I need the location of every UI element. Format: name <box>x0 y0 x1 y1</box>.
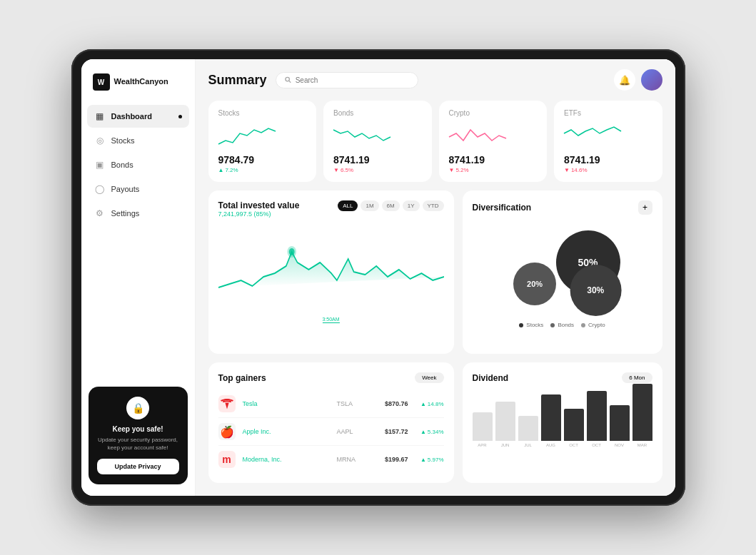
bar-group-0: APR <box>473 412 493 447</box>
search-bar[interactable] <box>276 72 418 88</box>
bar-3 <box>541 394 561 441</box>
top-gainers-title: Top gainers <box>218 373 266 383</box>
main-content: Summary 🔔 <box>196 59 675 496</box>
sidebar-item-label: Payouts <box>111 185 140 193</box>
legend-label-crypto: Crypto <box>588 322 605 328</box>
ti-title: Total invested value <box>218 200 300 210</box>
filter-1m[interactable]: 1M <box>361 200 378 211</box>
tesla-logo <box>218 395 236 412</box>
search-icon <box>285 76 291 83</box>
sidebar-item-label: Stocks <box>111 136 135 145</box>
bubble-30: 30% <box>570 265 621 316</box>
header: Summary 🔔 <box>196 59 675 101</box>
bar-group-7: MAR <box>632 384 652 447</box>
diversification-legend: Stocks Bonds Crypto <box>473 322 652 328</box>
stocks-value: 9784.79 <box>218 154 307 166</box>
dashboard-icon: ▦ <box>94 111 106 122</box>
notification-button[interactable]: 🔔 <box>614 69 635 91</box>
legend-dot-crypto <box>581 323 585 327</box>
gainer-name-0: Tesla <box>243 400 330 407</box>
ti-info: Total invested value 7,241,997.5 (85%) <box>218 200 300 218</box>
stocks-card: Stocks 9784.79 ▲ 7.2% <box>208 101 317 182</box>
gainer-change-1: ▲ 5.34% <box>415 429 444 435</box>
legend-stocks: Stocks <box>519 322 543 328</box>
settings-icon: ⚙ <box>94 208 106 219</box>
gainer-price-0: $870.76 <box>373 400 408 407</box>
bar-group-2: JUL <box>518 416 538 447</box>
security-card: 🔒 Keep you safe! Update your security pa… <box>89 387 188 484</box>
etfs-value: 8741.19 <box>564 154 652 166</box>
svg-point-3 <box>287 246 296 258</box>
gainer-name-1: Apple Inc. <box>243 428 330 435</box>
sidebar-item-bonds[interactable]: ▣ Bonds <box>87 153 189 176</box>
etfs-mini-chart <box>564 123 621 151</box>
content-grid: Stocks 9784.79 ▲ 7.2% Bonds 8741.19 <box>196 101 675 496</box>
ti-subtitle: 7,241,997.5 (85%) <box>218 210 300 218</box>
stocks-change: ▲ 7.2% <box>218 167 307 173</box>
bar-group-5: OCT <box>587 391 607 447</box>
header-actions: 🔔 <box>614 69 662 91</box>
filter-ytd[interactable]: YTD <box>423 200 444 211</box>
bonds-card: Bonds 8741.19 ▼ 6.5% <box>323 101 432 182</box>
bar-label-7: MAR <box>637 443 647 447</box>
bar-0 <box>473 412 493 441</box>
bar-label-4: OCT <box>569 443 578 447</box>
total-invested-card: Total invested value 7,241,997.5 (85%) A… <box>208 190 454 354</box>
filter-1y[interactable]: 1Y <box>403 200 420 211</box>
gainer-price-2: $199.67 <box>373 456 408 463</box>
gainer-price-1: $157.72 <box>373 428 408 435</box>
diversification-card: Diversification + 50% 20% 30% Stocks <box>463 190 662 354</box>
gainer-ticker-0: TSLA <box>337 400 366 407</box>
crypto-mini-chart <box>449 123 506 151</box>
stocks-icon: ◎ <box>94 135 106 146</box>
legend-label-bonds: Bonds <box>558 322 574 328</box>
table-row: m Moderna, Inc. MRNA $199.67 ▲ 5.97% <box>218 446 444 473</box>
dividend-header: Dividend 6 Mon <box>473 372 652 383</box>
payouts-icon: ◯ <box>94 183 106 195</box>
gainer-ticker-1: AAPL <box>337 428 366 435</box>
diversification-add-button[interactable]: + <box>638 200 652 215</box>
etfs-card-title: ETFs <box>564 109 652 117</box>
crypto-change: ▼ 5.2% <box>449 167 538 173</box>
legend-bonds: Bonds <box>550 322 574 328</box>
bar-label-6: NOV <box>615 443 624 447</box>
legend-dot-bonds <box>550 323 555 327</box>
active-indicator <box>178 115 182 118</box>
search-input[interactable] <box>296 76 409 84</box>
stocks-card-title: Stocks <box>218 109 307 117</box>
top-gainers-header: Top gainers Week <box>218 372 444 383</box>
bubble-chart: 50% 20% 30% <box>473 223 652 316</box>
gainer-ticker-2: MRNA <box>337 456 366 463</box>
bar-label-2: JUL <box>524 443 532 447</box>
avatar <box>641 69 662 91</box>
dividend-bar-chart: APR JUN JUL AUG <box>473 390 652 447</box>
top-gainers-filter[interactable]: Week <box>415 372 443 383</box>
security-title: Keep you safe! <box>97 425 179 433</box>
filter-all[interactable]: ALL <box>338 200 358 211</box>
update-privacy-button[interactable]: Update Privacy <box>97 459 179 474</box>
sidebar-bottom: 🔒 Keep you safe! Update your security pa… <box>89 387 188 484</box>
ti-header: Total invested value 7,241,997.5 (85%) A… <box>218 200 444 218</box>
bar-label-1: JUN <box>501 443 510 447</box>
diversification-title: Diversification <box>473 203 532 213</box>
tablet-screen: W WealthCanyon ▦ Dashboard ◎ Stocks ▣ Bo… <box>81 59 675 496</box>
bar-label-5: OCT <box>592 443 601 447</box>
bar-group-3: AUG <box>541 394 561 447</box>
table-row: 🍎 Apple Inc. AAPL $157.72 ▲ 5.34% <box>218 418 444 446</box>
dividend-filter[interactable]: 6 Mon <box>622 372 652 383</box>
logo-text: WealthCanyon <box>114 77 168 86</box>
gainer-change-2: ▲ 5.97% <box>415 457 444 463</box>
etfs-card: ETFs 8741.19 ▼ 14.6% <box>554 101 662 182</box>
sidebar-item-stocks[interactable]: ◎ Stocks <box>87 129 189 152</box>
bar-5 <box>587 391 607 441</box>
main-chart-svg <box>218 223 444 323</box>
security-description: Update your security password, keep your… <box>97 436 179 452</box>
sidebar-item-payouts[interactable]: ◯ Payouts <box>87 178 189 200</box>
bar-4 <box>564 409 584 441</box>
sidebar-item-dashboard[interactable]: ▦ Dashboard <box>87 105 189 128</box>
top-gainers-card: Top gainers Week Tesla TSLA $870.76 ▲ 14… <box>208 362 454 483</box>
ti-filters: ALL 1M 6M 1Y YTD <box>338 200 443 211</box>
moderna-logo: m <box>218 451 236 468</box>
filter-6m[interactable]: 6M <box>382 200 400 211</box>
sidebar-item-settings[interactable]: ⚙ Settings <box>87 202 189 225</box>
